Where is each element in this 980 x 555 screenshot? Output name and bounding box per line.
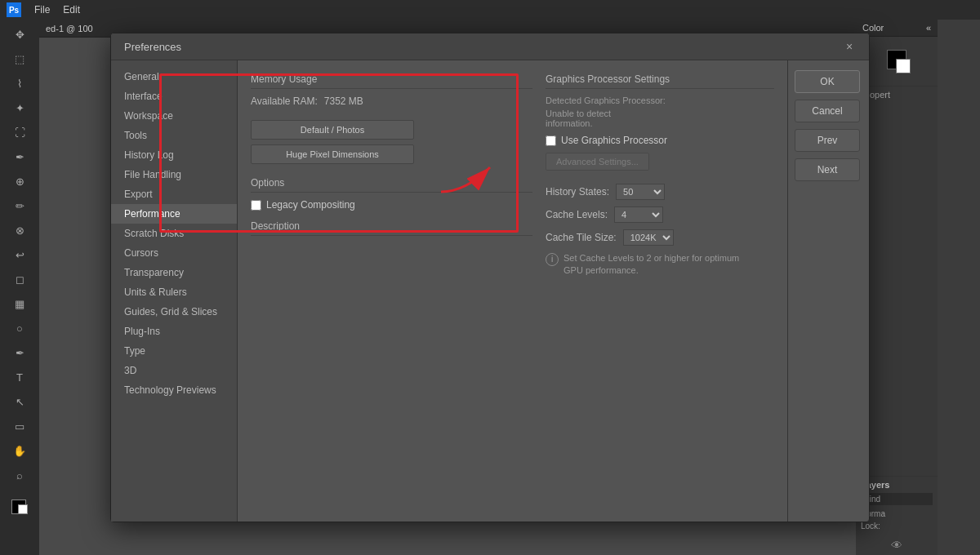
layers-panel-label: Layers bbox=[861, 480, 933, 490]
path-selection-tool[interactable]: ↖ bbox=[7, 390, 33, 413]
sidebar-item-cursors[interactable]: Cursors bbox=[111, 243, 237, 263]
eye-icon: 👁 bbox=[891, 539, 902, 552]
legacy-compositing-checkbox[interactable] bbox=[251, 200, 261, 211]
graphics-section-title: Graphics Processor Settings bbox=[546, 73, 774, 89]
sidebar-item-history-log[interactable]: History Log bbox=[111, 145, 237, 165]
top-menu-bar: Ps File Edit bbox=[0, 0, 980, 20]
right-column: Graphics Processor Settings Detected Gra… bbox=[546, 73, 774, 278]
dialog-body: General Interface Workspace Tools Histor… bbox=[111, 60, 869, 522]
lasso-tool[interactable]: ⌇ bbox=[7, 72, 33, 95]
type-tool[interactable]: T bbox=[7, 366, 33, 388]
ps-logo: Ps bbox=[7, 2, 21, 17]
preferences-dialog[interactable]: Preferences × General Interface Workspac… bbox=[110, 33, 870, 522]
available-ram-label: Available RAM: bbox=[251, 95, 318, 107]
kind-row: Kind bbox=[861, 493, 933, 505]
sidebar-item-tools[interactable]: Tools bbox=[111, 126, 237, 145]
dialog-title: Preferences bbox=[124, 41, 181, 53]
sidebar-item-file-handling[interactable]: File Handling bbox=[111, 165, 237, 184]
prev-button[interactable]: Prev bbox=[795, 129, 860, 152]
sidebar-item-performance[interactable]: Performance bbox=[111, 204, 237, 224]
menu-file[interactable]: File bbox=[34, 4, 50, 16]
sidebar-item-plugins[interactable]: Plug-Ins bbox=[111, 322, 237, 341]
history-states-label: History States: bbox=[546, 186, 609, 198]
eyedropper-tool[interactable]: ✒ bbox=[7, 145, 33, 168]
pen-tool[interactable]: ✒ bbox=[7, 341, 33, 364]
sidebar-item-guides-grid[interactable]: Guides, Grid & Slices bbox=[111, 302, 237, 322]
cache-tile-size-row: Cache Tile Size: 1024K 128K 256K 512K bbox=[546, 229, 774, 246]
preferences-sidebar: General Interface Workspace Tools Histor… bbox=[111, 60, 238, 522]
zoom-tool[interactable]: ⌕ bbox=[7, 464, 33, 486]
sidebar-item-scratch-disks[interactable]: Scratch Disks bbox=[111, 224, 237, 243]
sidebar-item-export[interactable]: Export bbox=[111, 184, 237, 204]
sidebar-item-units-rulers[interactable]: Units & Rulers bbox=[111, 282, 237, 302]
menu-edit[interactable]: Edit bbox=[63, 4, 80, 16]
available-ram-row: Available RAM: 7352 MB bbox=[251, 95, 532, 107]
sidebar-item-tech-previews[interactable]: Technology Previews bbox=[111, 380, 237, 400]
dodge-tool[interactable]: ○ bbox=[7, 317, 33, 340]
description-section: Description bbox=[251, 220, 532, 236]
color-swatch[interactable] bbox=[887, 50, 906, 69]
options-section-title: Options bbox=[251, 177, 532, 193]
shape-tool[interactable]: ▭ bbox=[7, 415, 33, 437]
sidebar-item-general[interactable]: General bbox=[111, 67, 237, 87]
history-states-row: History States: 50 20 100 200 bbox=[546, 184, 774, 200]
lock-row: Lock: bbox=[861, 520, 933, 532]
move-tool[interactable]: ✥ bbox=[7, 23, 33, 46]
memory-section-title: Memory Usage bbox=[251, 73, 532, 89]
left-toolbar: ✥ ⬚ ⌇ ✦ ⛶ ✒ ⊕ ✏ ⊗ ↩ ◻ ▦ ○ ✒ T ↖ ▭ ✋ ⌕ bbox=[0, 20, 39, 555]
eye-icon-row: 👁 bbox=[861, 539, 933, 552]
cache-info-note: i Set Cache Levels to 2 or higher for op… bbox=[546, 252, 758, 278]
legacy-compositing-row: Legacy Compositing bbox=[251, 199, 532, 211]
sidebar-item-interface[interactable]: Interface bbox=[111, 87, 237, 106]
clone-stamp-tool[interactable]: ⊗ bbox=[7, 219, 33, 242]
marquee-tool[interactable]: ⬚ bbox=[7, 47, 33, 70]
crop-tool[interactable]: ⛶ bbox=[7, 121, 33, 144]
sidebar-item-3d[interactable]: 3D bbox=[111, 361, 237, 380]
eraser-tool[interactable]: ◻ bbox=[7, 268, 33, 291]
default-photos-button[interactable]: Default / Photos bbox=[251, 120, 414, 140]
cancel-button[interactable]: Cancel bbox=[795, 100, 860, 122]
preferences-main-content: Memory Usage Available RAM: 7352 MB Defa… bbox=[238, 60, 787, 522]
cache-levels-row: Cache Levels: 4 2 6 8 bbox=[546, 206, 774, 223]
collapse-icon[interactable]: « bbox=[926, 23, 931, 33]
healing-tool[interactable]: ⊕ bbox=[7, 170, 33, 193]
normal-row: Norma bbox=[861, 508, 933, 520]
history-brush-tool[interactable]: ↩ bbox=[7, 243, 33, 266]
cache-tile-size-label: Cache Tile Size: bbox=[546, 232, 617, 243]
use-gpu-label: Use Graphics Processor bbox=[561, 135, 667, 146]
advanced-settings-button[interactable]: Advanced Settings... bbox=[546, 153, 649, 171]
dialog-close-button[interactable]: × bbox=[843, 40, 856, 53]
huge-pixel-button[interactable]: Huge Pixel Dimensions bbox=[251, 144, 414, 164]
cache-tile-size-select[interactable]: 1024K 128K 256K 512K bbox=[623, 229, 674, 246]
sidebar-item-type[interactable]: Type bbox=[111, 341, 237, 361]
history-states-select[interactable]: 50 20 100 200 bbox=[616, 184, 665, 200]
cache-levels-select[interactable]: 4 2 6 8 bbox=[614, 206, 663, 223]
dialog-action-buttons: OK Cancel Prev Next bbox=[787, 60, 869, 522]
legacy-compositing-label: Legacy Compositing bbox=[266, 199, 355, 211]
ok-button[interactable]: OK bbox=[795, 70, 860, 93]
dialog-overlay: Preferences × General Interface Workspac… bbox=[0, 0, 980, 555]
gradient-tool[interactable]: ▦ bbox=[7, 292, 33, 315]
brush-tool[interactable]: ✏ bbox=[7, 194, 33, 217]
graphics-unable-line1: Unable to detect information. bbox=[546, 109, 774, 128]
next-button[interactable]: Next bbox=[795, 158, 860, 181]
hand-tool[interactable]: ✋ bbox=[7, 439, 33, 462]
options-section: Options Legacy Compositing bbox=[251, 177, 532, 211]
wand-tool[interactable]: ✦ bbox=[7, 96, 33, 119]
two-column-layout: Memory Usage Available RAM: 7352 MB Defa… bbox=[251, 73, 774, 278]
dialog-title-bar: Preferences × bbox=[111, 33, 869, 60]
foreground-color[interactable] bbox=[7, 496, 33, 519]
history-cache-section: History States: 50 20 100 200 Cache Leve… bbox=[546, 184, 774, 278]
graphics-detected-label: Detected Graphics Processor: bbox=[546, 95, 774, 105]
cache-note-text: Set Cache Levels to 2 or higher for opti… bbox=[564, 252, 758, 278]
use-gpu-row: Use Graphics Processor bbox=[546, 135, 774, 146]
canvas-tab-label: ed-1 @ 100 bbox=[46, 24, 93, 33]
sidebar-item-transparency[interactable]: Transparency bbox=[111, 263, 237, 282]
sidebar-item-workspace[interactable]: Workspace bbox=[111, 106, 237, 126]
cache-levels-label: Cache Levels: bbox=[546, 209, 608, 220]
info-icon: i bbox=[546, 253, 559, 266]
color-panel-label: Color bbox=[862, 23, 884, 33]
use-gpu-checkbox[interactable] bbox=[546, 135, 556, 146]
left-column: Memory Usage Available RAM: 7352 MB Defa… bbox=[251, 73, 532, 278]
cache-buttons-group: Default / Photos Huge Pixel Dimensions bbox=[251, 120, 532, 164]
